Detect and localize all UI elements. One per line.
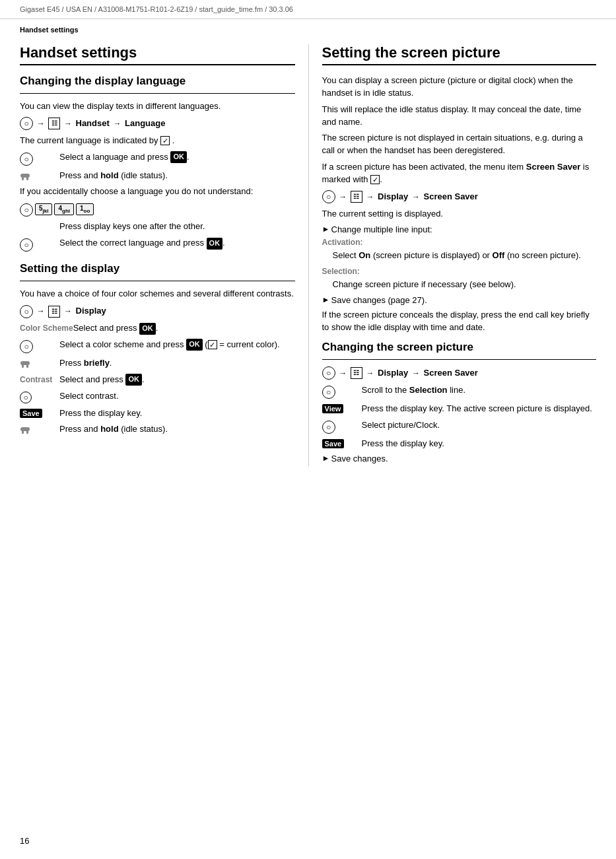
bullet-arrow-1: ► <box>322 224 331 234</box>
nav-wheel-icon-3: ○ <box>20 340 33 353</box>
svg-rect-7 <box>22 430 24 434</box>
left-column: Handset settings Changing the display la… <box>20 44 308 466</box>
selection-text: Change screen picture if necessary (see … <box>322 279 597 291</box>
right-icon-col-3: ○ <box>322 419 362 434</box>
instruction-row-1: ○ Select a language and press OK. <box>20 151 295 166</box>
nav-wheel-icon-r2: ○ <box>322 421 335 434</box>
right-sub-nav-path: ○ → ☷ → Display → Screen Saver <box>322 366 597 380</box>
icon-col-5 <box>20 357 59 369</box>
menu-icon-r1: ☷ <box>351 191 362 203</box>
language-note: The current language is indicated by ✓ . <box>20 135 295 147</box>
nav-wheel-icon-r1: ○ <box>322 386 335 399</box>
icon-col-1: ○ <box>20 151 59 166</box>
activation-label: Activation: <box>322 237 597 248</box>
svg-rect-8 <box>26 430 28 434</box>
bullet-arrow-2: ► <box>322 295 331 304</box>
right-icon-col-1: ○ <box>322 384 362 399</box>
instruction-row-8: Press and hold (idle status). <box>20 423 295 436</box>
key-1: 1oo <box>76 203 94 215</box>
contrast-label-col: Contrast <box>20 374 59 384</box>
subsection2-nav-path: ○ → ☷ → Display <box>20 304 295 318</box>
right-save-changes-text: Save changes. <box>331 454 388 464</box>
right-icon-col-4: Save <box>322 438 362 448</box>
icon-col-3: ○ <box>20 237 59 252</box>
subsection2-title: Setting the display <box>20 262 295 275</box>
icon-col-4: ○ <box>20 339 59 353</box>
contrast-text: Select and press OK. <box>59 374 295 386</box>
view-badge-1: View <box>322 404 344 413</box>
end-call-icon-1 <box>20 171 30 182</box>
key-4: 4ghi <box>54 203 74 215</box>
color-scheme-text: Select and press OK. <box>73 322 295 335</box>
nav-icon-r2: ○ <box>322 366 335 380</box>
nav-icon-2: ○ <box>20 305 33 318</box>
content-area: Handset settings Changing the display la… <box>0 38 616 473</box>
save-changes-row: ► Save changes (page 27). <box>322 295 597 305</box>
right-icon-col-2: View <box>322 403 362 413</box>
right-instruction-row-3: ○ Select picture/Clock. <box>322 419 597 434</box>
contrast-label: Contrast <box>20 375 52 384</box>
instruction-row-5: Press briefly. <box>20 357 295 370</box>
ok-badge-2: OK <box>207 238 223 250</box>
instruction-text-3: Select the correct language and press OK… <box>59 237 295 250</box>
right-subsection2-divider <box>322 359 597 360</box>
right-instruction-row-4: Save Press the display key. <box>322 438 597 450</box>
instruction-row-6: ○ Select contrast. <box>20 390 295 403</box>
right-instruction-row-2: View Press the display key. The active s… <box>322 403 597 415</box>
nav-wheel-icon-2: ○ <box>20 238 33 252</box>
subsection2-divider <box>20 281 295 281</box>
instruction-text-6: Select contrast. <box>59 390 295 403</box>
save-badge-1: Save <box>20 409 42 418</box>
subsection2-intro: You have a choice of four color schemes … <box>20 288 295 300</box>
right-column: Setting the screen picture You can displ… <box>308 44 597 466</box>
instruction-text-4: Select a color scheme and press OK (✓ = … <box>59 339 295 351</box>
checkmark-icon-3: ✓ <box>370 175 380 184</box>
press-keys-row: Press display keys one after the other. <box>20 221 295 233</box>
right-save-changes-row: ► Save changes. <box>322 454 597 464</box>
checkmark-icon: ✓ <box>160 136 170 145</box>
end-call-icon-3 <box>20 425 30 435</box>
nav-icon-r1: ○ <box>322 190 335 203</box>
key-sequence-icons: ○ 5jkl 4ghi 1oo <box>20 202 94 217</box>
menu-icon-1: ☷ <box>48 118 60 129</box>
menu-icon-r2: ☷ <box>351 367 362 379</box>
svg-rect-3 <box>20 361 30 365</box>
left-section-title: Handset settings <box>20 44 295 61</box>
right-instruction-text-1: Scroll to the Selection line. <box>362 384 597 397</box>
right-instruction-text-3: Select picture/Clock. <box>362 419 597 432</box>
right-instruction-text-4: Press the display key. <box>362 438 597 450</box>
nav-wheel-icon-1: ○ <box>20 153 33 166</box>
nav-wheel-small-2: ○ <box>20 392 32 403</box>
checkmark-icon-2: ✓ <box>208 340 217 349</box>
svg-rect-1 <box>22 177 24 180</box>
instruction-row-4: ○ Select a color scheme and press OK (✓ … <box>20 339 295 353</box>
svg-rect-0 <box>20 174 30 178</box>
top-meta-bar: Gigaset E45 / USA EN / A31008-M1751-R101… <box>0 0 616 19</box>
icon-col-8 <box>20 423 59 435</box>
instruction-row-7: Save Press the display key. <box>20 407 295 420</box>
nav-wheel-small: ○ <box>20 203 33 217</box>
instruction-text-7: Press the display key. <box>59 407 295 420</box>
subsection1-intro: You can view the display texts in differ… <box>20 100 295 113</box>
save-badge-2: Save <box>322 439 345 448</box>
instruction-row-2: Press and hold (idle status). <box>20 170 295 182</box>
change-multi-text: Change multiple line input: <box>331 224 432 234</box>
color-scheme-label-col: Color Scheme <box>20 322 73 333</box>
right-intro-2: This will replace the idle status displa… <box>322 104 597 129</box>
subsection1-nav-path: ○ → ☷ → Handset → Language <box>20 117 295 131</box>
ok-badge-5: OK <box>125 374 142 386</box>
svg-rect-6 <box>20 427 30 431</box>
icon-col-6: ○ <box>20 390 59 403</box>
icon-col-7: Save <box>20 407 59 418</box>
instruction-text-5: Press briefly. <box>59 357 295 370</box>
ok-badge-3: OK <box>139 323 156 335</box>
save-changes-text: Save changes (page 27). <box>331 295 427 305</box>
nav-icon-1: ○ <box>20 117 33 130</box>
instruction-row-3: ○ Select the correct language and press … <box>20 237 295 252</box>
selection-label: Selection: <box>322 266 597 277</box>
svg-rect-2 <box>26 177 28 180</box>
right-nav-path: ○ → ☷ → Display → Screen Saver <box>322 190 597 204</box>
press-keys-text: Press display keys one after the other. <box>59 221 295 233</box>
change-multi-row: ► Change multiple line input: <box>322 224 597 234</box>
key-sequence-row: ○ 5jkl 4ghi 1oo <box>20 202 295 217</box>
